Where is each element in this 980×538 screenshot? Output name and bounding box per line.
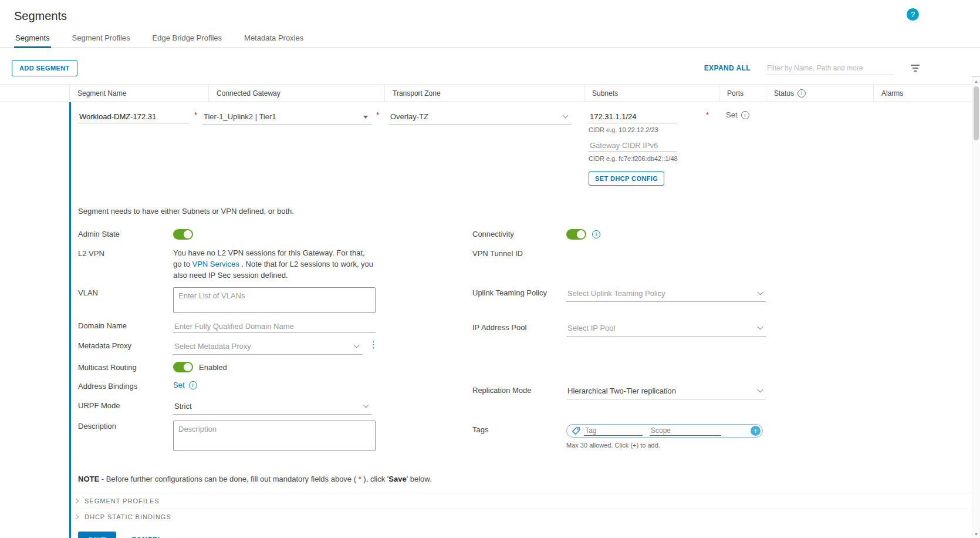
l2vpn-label: L2 VPN [78,248,173,258]
tags-label: Tags [472,424,566,434]
expand-all-link[interactable]: EXPAND ALL [704,64,751,72]
connectivity-info-icon[interactable]: i [592,230,600,238]
subnets-cell: * CIDR e.g. 10.22.12.2/23 CIDR e.g. fc7e… [589,110,719,186]
section-dhcp-static-bindings[interactable]: DHCP STATIC BINDINGS [71,509,972,524]
connected-gateway-cell: Tier-1_Uplink2 | Tier1 * [202,110,389,125]
ports-cell: Set i [719,110,749,119]
tag-input[interactable] [584,426,643,436]
tag-icon [572,427,580,435]
tab-metadata-proxies[interactable]: Metadata Proxies [243,30,305,48]
chevron-down-icon [758,324,763,330]
connected-gateway-select[interactable]: Tier-1_Uplink2 | Tier1 [202,110,371,125]
replication-mode-select[interactable]: Hierarchical Two-Tier replication [566,385,766,399]
address-bindings-label: Address Bindings [78,381,173,391]
save-button[interactable]: SAVE [78,532,116,538]
l2vpn-message: You have no L2 VPN sessions for this Gat… [173,248,374,281]
cancel-button[interactable]: CANCEL [131,536,162,538]
filter-input[interactable] [766,62,894,75]
column-segment-name: Segment Name [69,85,208,102]
urpf-mode-select[interactable]: Strict [173,400,371,415]
metadata-proxy-label: Metadata Proxy [78,340,173,350]
ip-address-pool-label: IP Address Pool [472,322,566,332]
tags-editor: + [566,424,763,438]
plus-icon: + [753,426,758,435]
vlan-label: VLAN [78,287,173,297]
ports-info-icon[interactable]: i [741,111,749,119]
multicast-routing-toggle[interactable] [173,362,193,372]
cidr-ipv6-hint: CIDR e.g. fc7e:f206:db42::1/48 [589,155,719,162]
address-bindings-set-link[interactable]: Set [173,381,185,389]
filter-icon[interactable] [909,63,921,73]
chevron-right-icon [74,515,79,519]
tab-segments[interactable]: Segments [14,30,51,48]
description-label: Description [78,421,173,431]
tab-edge-bridge-profiles[interactable]: Edge Bridge Profiles [151,30,224,48]
column-alarms: Alarms [873,85,972,102]
required-marker: * [706,110,709,123]
section-segment-profiles[interactable]: SEGMENT PROFILES [71,493,972,509]
column-status: Status i [766,85,873,102]
scope-input[interactable] [650,426,721,436]
column-subnets: Subnets [584,85,719,102]
segment-edit-row: * Tier-1_Uplink2 | Tier1 * Overlay-TZ * … [69,102,972,538]
metadata-proxy-menu-icon[interactable]: ⋮ [369,340,378,349]
page-header: Segments ? [0,0,980,23]
chevron-down-icon [563,113,569,119]
vlan-input[interactable] [173,287,376,313]
scrollbar-thumb[interactable] [974,86,979,140]
help-icon[interactable]: ? [907,8,919,21]
tab-bar: Segments Segment Profiles Edge Bridge Pr… [0,30,980,48]
add-tag-button[interactable]: + [751,426,761,436]
connectivity-label: Connectivity [472,228,566,238]
address-bindings-info-icon[interactable]: i [189,381,197,389]
description-input[interactable] [173,421,376,451]
uplink-teaming-policy-select[interactable]: Select Uplink Teaming Policy [566,287,766,302]
tags-hint: Max 30 allowed. Click (+) to add. [566,442,763,449]
multicast-state-text: Enabled [199,363,227,372]
subnet-vpn-note: Segment needs to have either Subnets or … [78,207,972,216]
vpn-services-link[interactable]: VPN Services [192,260,239,268]
segment-name-cell: * [78,110,202,123]
ip-address-pool-select[interactable]: Select IP Pool [566,322,766,337]
table-header: Segment Name Connected Gateway Transport… [0,85,972,102]
tab-segment-profiles[interactable]: Segment Profiles [71,30,131,48]
admin-state-toggle[interactable] [173,229,193,240]
chevron-down-icon [363,402,369,408]
chevron-down-icon [758,290,763,295]
scroll-down-icon[interactable]: ▼ [972,530,980,538]
vpn-tunnel-id-label: VPN Tunnel ID [472,248,566,258]
ports-set-link[interactable]: Set [726,110,738,119]
column-ports: Ports [719,85,766,102]
vertical-scrollbar[interactable]: ▲ ▼ [972,76,980,538]
gateway-cidr-ipv6-input[interactable] [589,139,677,152]
multicast-routing-label: Multicast Routing [78,362,173,372]
add-segment-button[interactable]: ADD SEGMENT [12,60,77,76]
domain-name-label: Domain Name [78,320,173,330]
chevron-down-icon [758,387,763,393]
domain-name-input[interactable] [173,320,376,333]
transport-zone-cell: Overlay-TZ [389,110,589,125]
replication-mode-label: Replication Mode [472,385,566,395]
chevron-down-icon [354,342,360,348]
help-glyph: ? [911,10,915,19]
segment-name-input[interactable] [78,110,190,123]
form-actions: SAVE CANCEL [78,532,972,538]
cidr-ipv4-hint: CIDR e.g. 10.22.12.2/23 [589,126,719,133]
mandatory-fields-note: NOTE - Before further configurations can… [78,475,972,483]
toolbar: ADD SEGMENT EXPAND ALL [0,48,980,85]
gateway-cidr-input[interactable] [589,110,677,123]
status-info-icon[interactable]: i [797,89,806,97]
uplink-teaming-policy-label: Uplink Teaming Policy [472,287,566,297]
page-title: Segments [14,9,966,23]
connectivity-toggle[interactable] [566,229,586,240]
urpf-mode-label: URPF Mode [78,400,173,410]
chevron-right-icon [74,499,79,503]
transport-zone-select[interactable]: Overlay-TZ [389,110,571,125]
metadata-proxy-select[interactable]: Select Metadata Proxy [173,340,362,355]
admin-state-label: Admin State [78,228,173,238]
column-select [0,85,69,102]
required-marker: * [376,110,379,119]
required-marker: * [194,110,197,119]
scroll-up-icon[interactable]: ▲ [972,77,980,85]
set-dhcp-config-button[interactable]: SET DHCP CONFIG [589,172,664,186]
